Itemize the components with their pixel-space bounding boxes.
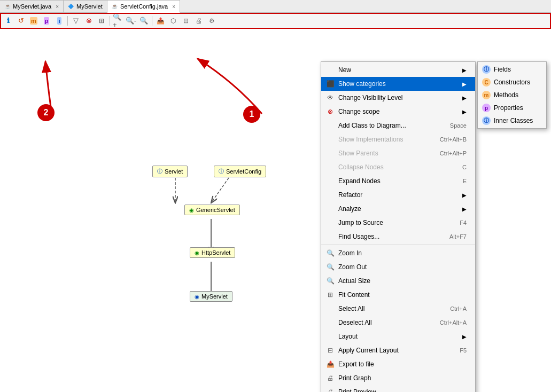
menu-item-jump-source[interactable]: Jump to Source F4: [321, 216, 475, 230]
menu-item-scope[interactable]: ⊗ Change scope ▶: [321, 105, 475, 119]
menu-item-export-file[interactable]: 📤 Export to file: [321, 357, 475, 371]
fields-icon: ⓘ: [482, 65, 491, 74]
zoom-in-menu-icon: 🔍: [325, 248, 335, 258]
badge-2: 2: [37, 104, 55, 121]
show-impl-shortcut: Ctrl+Alt+B: [440, 136, 467, 143]
diagram-icon: 🔷: [68, 3, 74, 10]
fit-toolbar-btn[interactable]: ⊞: [96, 15, 107, 27]
layout1-icon: ⬡: [170, 17, 176, 25]
show-parents-icon: [325, 148, 335, 158]
submenu-arrow: ▶: [462, 95, 467, 101]
menu-item-actual-size-label: Actual Size: [338, 277, 467, 285]
property-toolbar-btn[interactable]: p: [41, 15, 52, 27]
visibility-icon: 👁: [325, 93, 335, 103]
menu-item-zoom-out[interactable]: 🔍 Zoom Out: [321, 260, 475, 274]
java-file-icon: ☕: [112, 3, 118, 10]
tab-close-btn[interactable]: ×: [56, 4, 59, 10]
menu-item-add-class-label: Add Class to Diagram...: [338, 122, 439, 129]
submenu-item-inner-classes[interactable]: ⓘ Inner Classes: [478, 114, 546, 127]
menu-item-show-impl[interactable]: Show Implementations Ctrl+Alt+B: [321, 132, 475, 146]
filter-toolbar-btn[interactable]: ▽: [70, 15, 82, 27]
myservlet-node[interactable]: ◉ MyServlet: [190, 291, 232, 302]
menu-item-expand[interactable]: Expand Nodes E: [321, 174, 475, 188]
menu-item-apply-layout[interactable]: ⊟ Apply Current Layout F5: [321, 343, 475, 357]
tab-label: ServletConfig.java: [120, 3, 168, 10]
menu-item-export-file-label: Export to file: [338, 360, 467, 368]
node-label: ServletConfig: [226, 168, 261, 175]
scope-toolbar-btn[interactable]: ⊗: [83, 15, 95, 27]
inner-icon: i: [57, 17, 61, 25]
property-icon: p: [44, 17, 50, 25]
tab-label: MyServlet: [76, 3, 103, 10]
httpservlet-node[interactable]: ◉ HttpServlet: [190, 247, 235, 258]
menu-sep-1: [321, 245, 475, 245]
layout-menu-icon: [325, 332, 335, 341]
class-icon: ◉: [195, 294, 199, 300]
menu-item-select-all[interactable]: Select All Ctrl+A: [321, 302, 475, 316]
menu-item-collapse-label: Collapse Nodes: [338, 163, 452, 171]
actual-size-toolbar-btn[interactable]: 🔍: [138, 15, 150, 27]
menu-item-zoom-in-label: Zoom In: [338, 249, 467, 257]
show-parents-shortcut: Ctrl+Alt+P: [440, 150, 467, 156]
menu-item-scope-label: Change scope: [338, 108, 458, 115]
tab-myservlet-diagram[interactable]: 🔷 MyServlet: [64, 0, 107, 12]
menu-item-find-usages[interactable]: Find Usages... Alt+F7: [321, 230, 475, 244]
servlet-node[interactable]: ⓘ Servlet: [152, 166, 188, 177]
find-usages-icon: [325, 232, 335, 241]
menu-item-zoom-in[interactable]: 🔍 Zoom In: [321, 246, 475, 260]
menu-item-print-graph[interactable]: 🖨 Print Graph: [321, 371, 475, 385]
menu-item-analyze[interactable]: Analyze ▶: [321, 202, 475, 216]
info-toolbar-btn[interactable]: ℹ: [2, 15, 14, 27]
submenu-item-fields[interactable]: ⓘ Fields: [478, 63, 546, 76]
menu-item-show-categories[interactable]: ⬛ Show categories ▶: [321, 77, 475, 91]
show-impl-icon: [325, 135, 335, 144]
tab-myservlet-java[interactable]: ☕ MyServlet.java ×: [0, 0, 64, 12]
menu-item-fit-content[interactable]: ⊞ Fit Content: [321, 288, 475, 302]
menu-item-refactor[interactable]: Refactor ▶: [321, 188, 475, 202]
menu-item-actual-size[interactable]: 🔍 Actual Size: [321, 274, 475, 288]
genericservlet-node[interactable]: ◉ GenericServlet: [184, 205, 240, 215]
servletconfig-node[interactable]: ⓘ ServletConfig: [214, 166, 266, 177]
actual-size-menu-icon: 🔍: [325, 276, 335, 286]
inner-toolbar-btn[interactable]: i: [53, 15, 65, 27]
submenu-arrow: ▶: [462, 334, 467, 340]
info-icon: ℹ: [7, 17, 10, 25]
menu-item-collapse[interactable]: Collapse Nodes C: [321, 160, 475, 174]
submenu-item-fields-label: Fields: [494, 66, 511, 73]
print-toolbar-btn[interactable]: 🖨: [193, 15, 205, 27]
export-toolbar-btn[interactable]: 📤: [154, 15, 166, 27]
reload-toolbar-btn[interactable]: ↺: [15, 15, 27, 27]
menu-item-new[interactable]: New ▶: [321, 63, 475, 77]
zoom-in-toolbar-btn[interactable]: 🔍+: [112, 15, 124, 27]
menu-item-print-preview[interactable]: 🖨 Print Preview: [321, 385, 475, 392]
main-toolbar: ℹ ↺ m p i ▽ ⊗ ⊞ 🔍+ 🔍- 🔍 📤 ⬡ ⊟ 🖨 ⚙: [0, 13, 551, 29]
layout1-toolbar-btn[interactable]: ⬡: [167, 15, 179, 27]
select-all-icon: [325, 304, 335, 313]
tab-close-btn[interactable]: ×: [172, 4, 175, 10]
new-icon: [325, 65, 335, 75]
submenu-item-methods[interactable]: m Methods: [478, 89, 546, 101]
menu-item-add-class[interactable]: Add Class to Diagram... Space: [321, 119, 475, 132]
toolbar-sep-2: [110, 16, 110, 26]
menu-item-deselect-all[interactable]: Deselect All Ctrl+Alt+A: [321, 316, 475, 330]
menu-item-layout[interactable]: Layout ▶: [321, 330, 475, 343]
methods-icon: m: [482, 91, 491, 99]
deselect-all-shortcut: Ctrl+Alt+A: [440, 319, 467, 326]
submenu-item-constructors[interactable]: C Constructors: [478, 76, 546, 89]
layout2-toolbar-btn[interactable]: ⊟: [180, 15, 192, 27]
interface-icon: ⓘ: [157, 168, 162, 175]
constructors-icon: C: [482, 78, 491, 87]
submenu-item-methods-label: Methods: [494, 91, 518, 99]
menu-item-show-parents[interactable]: Show Parents Ctrl+Alt+P: [321, 146, 475, 160]
menu-item-apply-layout-label: Apply Current Layout: [338, 347, 449, 354]
settings-toolbar-btn[interactable]: ⚙: [206, 15, 218, 27]
node-label: MyServlet: [201, 293, 228, 300]
menu-item-visibility[interactable]: 👁 Change Visibility Level ▶: [321, 91, 475, 105]
method-toolbar-btn[interactable]: m: [28, 15, 40, 27]
submenu-item-properties[interactable]: p Properties: [478, 101, 546, 114]
tab-servletconfig-java[interactable]: ☕ ServletConfig.java ×: [107, 0, 180, 13]
expand-shortcut: E: [463, 178, 467, 184]
zoom-out-toolbar-btn[interactable]: 🔍-: [125, 15, 137, 27]
menu-item-show-categories-label: Show categories: [338, 80, 458, 88]
submenu-arrow: ▶: [462, 81, 467, 87]
